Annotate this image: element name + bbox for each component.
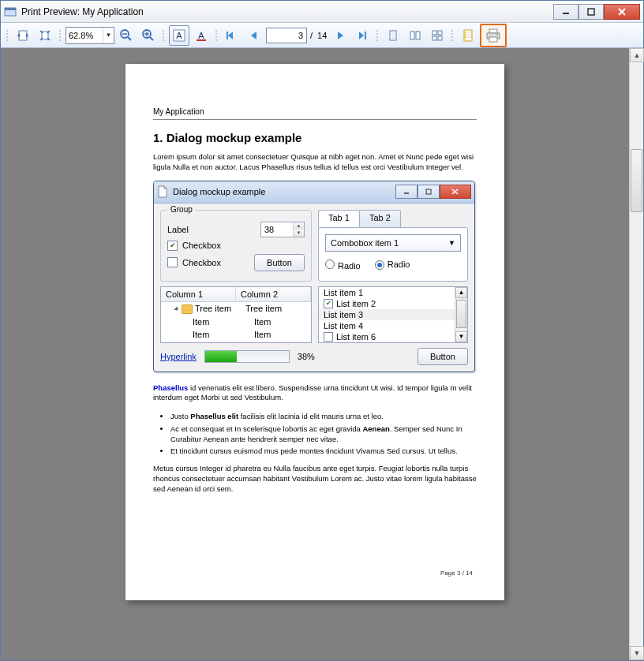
group-button[interactable]: Button — [254, 254, 305, 271]
preview-area: My Application 1. Dialog mockup example … — [1, 48, 643, 660]
close-button[interactable] — [604, 4, 640, 20]
svg-rect-30 — [438, 36, 442, 40]
mock-maximize-button[interactable] — [417, 185, 440, 199]
folder-icon — [182, 304, 193, 314]
window-title: Print Preview: My Application — [21, 6, 553, 17]
chevron-down-icon: ▼ — [448, 239, 455, 247]
zoom-combo[interactable]: ▼ — [66, 27, 114, 44]
page-header: My Application — [153, 107, 477, 120]
hyperlink[interactable]: Hyperlink — [160, 352, 197, 361]
list-checkbox-unchecked[interactable] — [324, 332, 333, 342]
svg-rect-38 — [489, 37, 497, 42]
spin-down-icon[interactable]: ▼ — [294, 230, 304, 237]
list-scrollbar[interactable]: ▲ ▼ — [455, 287, 467, 342]
scroll-thumb[interactable] — [631, 149, 642, 212]
page-sep: / — [309, 31, 314, 40]
svg-rect-25 — [410, 32, 414, 39]
checkbox-label-1: Checkbox — [182, 241, 221, 250]
page-setup-button[interactable] — [458, 25, 478, 46]
titlebar: Print Preview: My Application — [1, 1, 643, 23]
mock-dialog: Dialog mockup example Group — [153, 181, 475, 372]
tab-1[interactable]: Tab 1 — [318, 210, 360, 227]
scroll-thumb[interactable] — [456, 300, 466, 328]
footer-button[interactable]: Button — [417, 348, 468, 365]
scroll-up-icon[interactable]: ▲ — [455, 287, 467, 298]
progress-bar — [204, 350, 290, 363]
radio-2[interactable]: Radio — [375, 260, 410, 270]
mock-minimize-button[interactable] — [395, 185, 417, 199]
svg-rect-3 — [588, 9, 594, 15]
tab-2[interactable]: Tab 2 — [359, 210, 401, 227]
scroll-track[interactable] — [630, 62, 643, 646]
svg-line-5 — [619, 9, 625, 15]
two-page-view-button[interactable] — [405, 25, 425, 46]
preview-canvas[interactable]: My Application 1. Dialog mockup example … — [1, 48, 629, 660]
spinbox-input[interactable] — [261, 222, 293, 237]
progress-fill — [205, 351, 237, 362]
list-item: ✔List item 2 — [319, 298, 467, 309]
zoom-in-button[interactable] — [138, 25, 159, 46]
page-heading: 1. Dialog mockup example — [153, 131, 477, 144]
list-item: List item 3 — [319, 309, 467, 320]
checkbox-checked[interactable]: ✔ — [167, 241, 178, 251]
prev-page-button[interactable] — [244, 25, 264, 46]
list-view[interactable]: List item 1 ✔List item 2 List item 3 Lis… — [318, 286, 468, 343]
text-mode-b-button[interactable]: A — [191, 25, 212, 46]
checkbox-label-2: Checkbox — [182, 258, 249, 267]
toolbar-sep-5 — [451, 26, 455, 45]
zoom-dropdown-icon[interactable]: ▼ — [103, 28, 114, 43]
vertical-scrollbar[interactable]: ▲ ▼ — [629, 48, 643, 660]
zoom-input[interactable] — [66, 31, 103, 40]
print-preview-window: Print Preview: My Application ▼ A A / 14 — [0, 0, 644, 661]
progress-label: 38% — [298, 352, 315, 361]
svg-rect-41 — [426, 189, 431, 194]
scroll-up-button[interactable]: ▲ — [630, 48, 644, 62]
checkbox-unchecked[interactable] — [167, 257, 178, 267]
fit-page-button[interactable] — [35, 25, 55, 46]
spinbox[interactable]: ▲▼ — [260, 222, 305, 237]
zoom-out-button[interactable] — [116, 25, 137, 46]
toolbar-sep-3 — [215, 26, 219, 45]
minimize-button[interactable] — [553, 4, 578, 20]
grid-view-button[interactable] — [427, 25, 447, 46]
para-1: Lorem ipsum dolor sit amet consectetuer … — [153, 152, 477, 173]
svg-rect-27 — [432, 31, 436, 35]
print-button[interactable] — [480, 24, 507, 47]
svg-rect-36 — [489, 29, 497, 33]
combobox[interactable]: Combobox item 1 ▼ — [325, 234, 461, 252]
spin-up-icon[interactable]: ▲ — [294, 222, 304, 230]
para-2: Phasellus id venenatis elit est libero. … — [153, 383, 477, 404]
mock-close-button[interactable] — [440, 185, 471, 199]
combobox-value: Combobox item 1 — [331, 238, 399, 248]
page: My Application 1. Dialog mockup example … — [125, 64, 504, 600]
next-page-button[interactable] — [330, 25, 350, 46]
tree-col-1[interactable]: Column 1 — [161, 287, 236, 301]
svg-rect-28 — [438, 31, 442, 35]
group-box: Group Label ▲▼ ✔ — [160, 210, 312, 282]
svg-line-4 — [619, 9, 625, 15]
svg-text:A: A — [198, 31, 204, 40]
tree-view[interactable]: Column 1 Column 2 Tree itemTree item Ite… — [160, 286, 312, 343]
single-page-view-button[interactable] — [383, 25, 403, 46]
scroll-down-icon[interactable]: ▼ — [455, 331, 467, 342]
toolbar-sep-2 — [162, 26, 166, 45]
tree-col-2[interactable]: Column 2 — [236, 287, 311, 301]
radio-1[interactable]: Radio — [325, 260, 361, 271]
list-item: List item 6 — [319, 331, 467, 342]
last-page-button[interactable] — [352, 25, 373, 46]
maximize-button[interactable] — [578, 4, 604, 20]
tree-expand-icon[interactable] — [174, 306, 179, 312]
page-input[interactable] — [266, 28, 307, 43]
text-mode-a-button[interactable]: A — [169, 25, 189, 46]
fit-width-button[interactable] — [13, 25, 33, 46]
list-checkbox-checked[interactable]: ✔ — [324, 299, 333, 308]
tab-container: Tab 1 Tab 2 Combobox item 1 ▼ R — [318, 210, 468, 282]
svg-point-39 — [496, 34, 498, 35]
toolbar: ▼ A A / 14 — [1, 23, 643, 48]
toolbar-sep-1 — [58, 26, 62, 45]
toolbar-sep-4 — [376, 26, 380, 45]
scroll-down-button[interactable]: ▼ — [630, 646, 644, 660]
svg-line-12 — [150, 37, 153, 40]
window-buttons — [553, 4, 640, 20]
first-page-button[interactable] — [222, 25, 242, 46]
